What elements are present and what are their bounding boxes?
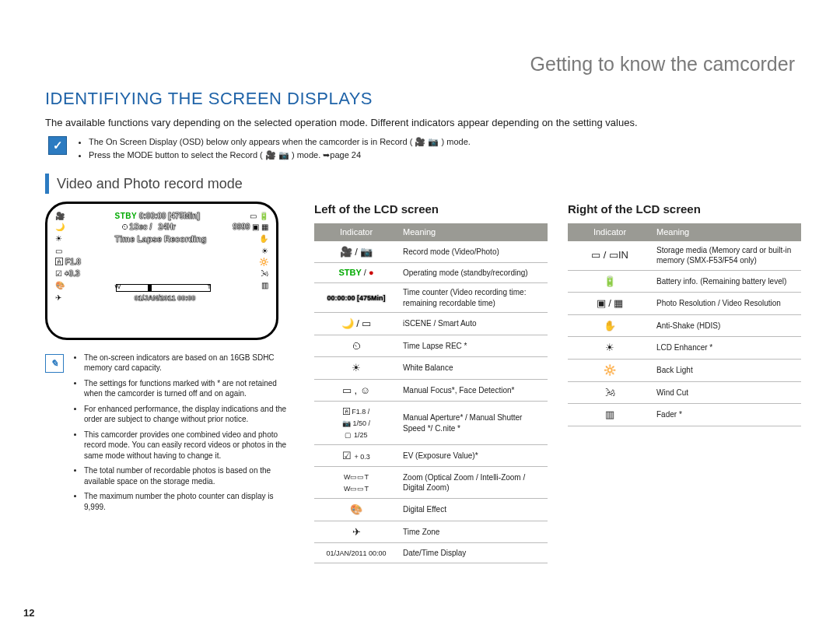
lcd-time: 0:00:00 <box>139 212 166 220</box>
table-row: ✋Anti-Shake (HDIS) <box>568 314 801 337</box>
list-item: The settings for functions marked with *… <box>84 378 294 399</box>
top-note-list: The On Screen Display (OSD) below only a… <box>76 136 471 163</box>
meaning-cell: Anti-Shake (HDIS) <box>652 314 801 337</box>
meaning-cell: Time Lapse REC * <box>398 335 548 357</box>
table-row: ▣ / ▦Photo Resolution / Video Resolution <box>568 293 801 315</box>
indicator-cell: ▭ / ▭IN <box>568 241 652 271</box>
table-row: 🎥 / 📷Record mode (Video/Photo) <box>314 241 548 263</box>
fader-icon: ▥ <box>261 280 268 291</box>
indicator-cell: STBY / ● <box>314 263 398 283</box>
list-item: For enhanced performance, the display in… <box>84 404 294 425</box>
meaning-cell: Battery info. (Remaining battery level) <box>652 270 801 293</box>
windcut-icon: 🌬 <box>261 268 268 279</box>
mode-heading: Video and Photo record mode <box>45 174 795 194</box>
lcd-interval: 1Sec / <box>129 223 152 231</box>
meaning-cell: LCD Enhancer * <box>652 337 801 360</box>
ev-icon: ☑ <box>55 269 62 278</box>
table-row: 🔋Battery info. (Remaining battery level) <box>568 270 801 293</box>
lcd-f: F1.8 <box>65 258 81 266</box>
focus-icon: ▭ <box>55 246 62 257</box>
indicator-cell: 01/JAN/2011 00:00 <box>314 543 398 563</box>
table-row: 01/JAN/2011 00:00Date/Time Display <box>314 543 548 563</box>
right-indicator-table: Indicator Meaning ▭ / ▭INStorage media (… <box>568 223 801 426</box>
left-notes-block: ✎ The on-screen indicators are based on … <box>45 353 294 517</box>
lcd-remain: [475Min] <box>168 212 200 220</box>
indicator-cell: ▭ , ☺ <box>314 379 398 402</box>
table-row: 🎨Digital Effect <box>314 499 548 521</box>
meaning-cell: Photo Resolution / Video Resolution <box>652 293 801 315</box>
meaning-cell: Operating mode (standby/recording) <box>398 263 548 283</box>
indicator-cell: 00:00:00 [475Min] <box>314 283 398 313</box>
camcorder-icon: 🎥 <box>55 211 65 222</box>
meaning-cell: Time Zone <box>398 521 548 543</box>
indicator-cell: ▣ / ▦ <box>568 293 652 315</box>
meaning-cell: Time counter (Video recording time: rema… <box>398 283 548 313</box>
indicator-cell: 🔆 <box>568 359 652 381</box>
table-row: ▭ / ▭INStorage media (Memory card or bui… <box>568 241 801 271</box>
indicator-cell: 🌙 / ▭ <box>314 313 398 335</box>
table-row: ☑ + 0.3EV (Exposure Value)* <box>314 444 548 467</box>
indicator-cell: 🔋 <box>568 270 652 293</box>
meaning-cell: Wind Cut <box>652 381 801 404</box>
table-row: W▭▭TW▭▭TZoom (Optical Zoom / Intelli-Zoo… <box>314 467 548 499</box>
table-row: 🌬Wind Cut <box>568 381 801 404</box>
card-icon: ▭ 🔋 <box>250 211 268 222</box>
meaning-cell: Record mode (Video/Photo) <box>398 241 548 263</box>
indicator-cell: ▥ <box>568 404 652 426</box>
intro-text: The available functions vary depending o… <box>45 116 795 130</box>
lcd-date: 01/JAN/2011 00:00 <box>135 293 196 303</box>
table-row: ☀LCD Enhancer * <box>568 337 801 360</box>
list-item: The total number of recordable photos is… <box>84 465 294 486</box>
meaning-cell: Manual Aperture* / Manual Shutter Speed … <box>398 402 548 445</box>
lcd-ev: +0.3 <box>65 269 80 278</box>
timelapse-icon: ⏲ <box>121 223 129 231</box>
top-note-block: ✓ The On Screen Display (OSD) below only… <box>48 136 795 163</box>
info-icon: ✎ <box>45 354 64 373</box>
lcd-mockup: 🎥 STBY 0:00:00 [475Min] ▭ 🔋 🌙 ⏲1Sec / 24… <box>45 202 278 340</box>
zoom-bar <box>116 284 211 292</box>
top-note-item: The On Screen Display (OSD) below only a… <box>89 136 471 148</box>
indicator-cell: 🌬 <box>568 381 652 404</box>
table-row: ✈Time Zone <box>314 521 548 543</box>
indicator-cell: ✋ <box>568 314 652 337</box>
meaning-cell: iSCENE / Smart Auto <box>398 313 548 335</box>
backlight-icon: 🔆 <box>259 257 268 268</box>
indicator-cell: ⏲ <box>314 335 398 357</box>
indicator-cell: 🄰 F1.8 /📷 1/50 /▢ 1/25 <box>314 402 398 445</box>
check-icon: ✓ <box>48 136 67 155</box>
meaning-cell: Back Light <box>652 359 801 381</box>
page-title: IDENTIFIYING THE SCREEN DISPLAYS <box>45 87 795 111</box>
right-table-heading: Right of the LCD screen <box>568 202 801 217</box>
indicator-cell: W▭▭TW▭▭T <box>314 467 398 499</box>
indicator-cell: 🎨 <box>314 499 398 521</box>
table-row: ⏲Time Lapse REC * <box>314 335 548 357</box>
table-row: ☀White Balance <box>314 357 548 380</box>
antishake-icon: ✋ <box>259 233 268 244</box>
lcd-enhancer-icon: ☀ <box>261 246 268 257</box>
effect-icon: 🎨 <box>55 280 65 291</box>
table-row: ▭ , ☺Manual Focus*, Face Detection* <box>314 379 548 402</box>
indicator-cell: ☀ <box>568 337 652 360</box>
left-table-heading: Left of the LCD screen <box>314 202 548 217</box>
lcd-hr: 24Hr <box>159 223 176 231</box>
top-note-item: Press the MODE button to select the Reco… <box>89 149 471 161</box>
table-header: Indicator <box>314 223 398 241</box>
table-row: ▥Fader * <box>568 404 801 426</box>
aperture-icon: 🄰 <box>55 258 63 266</box>
left-notes-list: The on-screen indicators are based on an… <box>73 353 294 517</box>
table-row: 🄰 F1.8 /📷 1/50 /▢ 1/25Manual Aperture* /… <box>314 402 548 445</box>
lcd-stby: STBY <box>114 212 137 220</box>
meaning-cell: Fader * <box>652 404 801 426</box>
meaning-cell: Digital Effect <box>398 499 548 521</box>
table-row: 🔆Back Light <box>568 359 801 381</box>
indicator-cell: ✈ <box>314 521 398 543</box>
left-indicator-table: Indicator Meaning 🎥 / 📷Record mode (Vide… <box>314 223 548 563</box>
lcd-count: 9999 <box>233 223 250 231</box>
meaning-cell: Date/Time Display <box>398 543 548 563</box>
indicator-cell: ☀ <box>314 357 398 380</box>
page-number: 12 <box>23 606 34 620</box>
list-item: This camcorder provides one combined vid… <box>84 430 294 461</box>
table-header: Meaning <box>398 223 548 241</box>
table-header: Meaning <box>652 223 801 241</box>
timezone-icon: ✈ <box>55 293 61 303</box>
